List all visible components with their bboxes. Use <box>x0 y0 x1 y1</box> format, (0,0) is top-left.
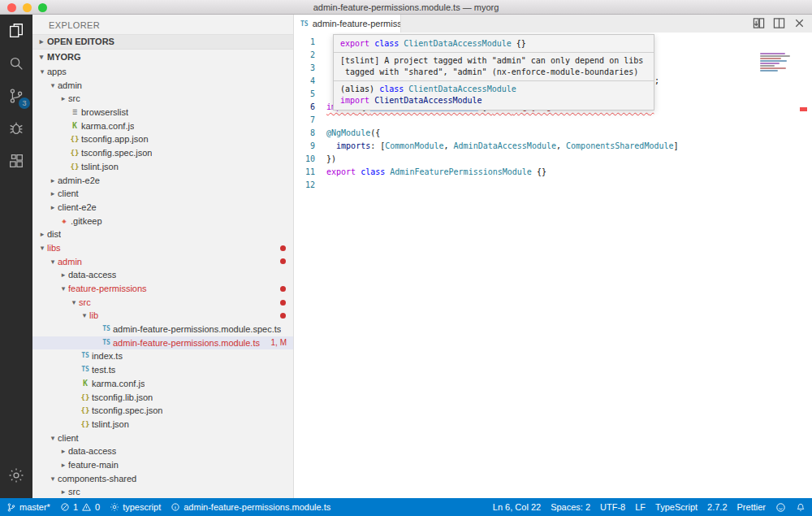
chevron-down-icon: ▾ <box>58 282 68 296</box>
status-item[interactable]: Prettier <box>737 502 766 512</box>
chevron-right-icon: ▸ <box>58 268 68 282</box>
file-tree: ▾apps▾admin▸src≡browserslistKkarma.conf.… <box>32 65 293 498</box>
source-control-icon[interactable]: 3 <box>0 80 32 112</box>
tree-folder-admin[interactable]: ▾admin <box>32 79 293 93</box>
line-number: 7 <box>294 114 326 127</box>
tree-folder-src[interactable]: ▾src <box>32 296 293 310</box>
status-item[interactable]: 2.7.2 <box>707 502 727 512</box>
code-line-11[interactable]: 11export class AdminFeaturePermissionsMo… <box>294 166 812 179</box>
code-line-7[interactable]: 7 <box>294 114 812 127</box>
minimap[interactable] <box>758 52 794 75</box>
tree-folder-src[interactable]: ▸src <box>32 92 293 106</box>
open-changes-icon[interactable] <box>753 17 765 33</box>
tree-folder-lib[interactable]: ▾lib <box>32 309 293 323</box>
tree-item-label: karma.conf.js <box>81 119 134 133</box>
search-icon[interactable] <box>0 47 32 80</box>
tree-folder-feature-permissions[interactable]: ▾feature-permissions <box>32 282 293 296</box>
tab-active-file[interactable]: TS admin-feature-permissions.module.ts <box>294 15 401 33</box>
code-line-9[interactable]: 9 imports: [CommonModule, AdminDataAcces… <box>294 140 812 153</box>
tree-folder-data-access[interactable]: ▸data-access <box>32 268 293 282</box>
line-number: 12 <box>294 179 326 192</box>
list-file-icon: ≡ <box>68 106 81 119</box>
tree-folder-feature-main[interactable]: ▸feature-main <box>32 458 293 472</box>
tree-file-browserslist[interactable]: ≡browserslist <box>32 106 293 119</box>
sidebar: EXPLORER OPEN EDITORS MYORG ▾apps▾admin▸… <box>32 15 294 498</box>
tree-file-tsconfig.app.json[interactable]: {}tsconfig.app.json <box>32 132 293 146</box>
extensions-icon[interactable] <box>0 145 32 177</box>
debug-icon[interactable] <box>0 112 32 145</box>
close-window-button[interactable] <box>7 3 16 12</box>
json-file-icon: {} <box>79 391 92 405</box>
tree-file-tslint.json[interactable]: {}tslint.json <box>32 160 293 174</box>
explorer-icon[interactable] <box>0 15 32 47</box>
tree-folder-apps[interactable]: ▾apps <box>32 65 293 79</box>
split-editor-icon[interactable] <box>773 17 785 33</box>
tree-item-label: libs <box>47 241 61 255</box>
git-branch-status[interactable]: master* <box>6 502 50 513</box>
workspace-root-label: MYORG <box>47 50 81 65</box>
tree-file-admin-feature-permissions.module.spec.ts[interactable]: TSadmin-feature-permissions.module.spec.… <box>32 323 293 336</box>
problems-status[interactable]: 1 0 <box>60 502 100 512</box>
status-item[interactable]: Ln 6, Col 22 <box>493 502 541 512</box>
line-content[interactable]: imports: [CommonModule, AdminDataAccessM… <box>326 140 679 153</box>
status-item[interactable]: LF <box>635 502 646 512</box>
line-number: 2 <box>294 49 326 62</box>
tree-file-tslint.json[interactable]: {}tslint.json <box>32 418 293 431</box>
titlebar: admin-feature-permissions.module.ts — my… <box>0 0 812 15</box>
line-content[interactable]: @NgModule({ <box>326 127 380 140</box>
tree-file-karma.conf.js[interactable]: Kkarma.conf.js <box>32 119 293 133</box>
tree-folder-client-e2e[interactable]: ▸client-e2e <box>32 201 293 215</box>
line-number: 9 <box>294 140 326 153</box>
line-content[interactable]: }) <box>326 153 336 166</box>
tree-folder-src[interactable]: ▸src <box>32 485 293 498</box>
maximize-window-button[interactable] <box>38 3 47 12</box>
hover-separator <box>334 80 654 81</box>
line-content[interactable]: export class AdminFeaturePermissionsModu… <box>326 166 546 179</box>
workspace-root-section[interactable]: MYORG <box>32 50 293 65</box>
tree-folder-client[interactable]: ▾client <box>32 431 293 445</box>
code-line-8[interactable]: 8@NgModule({ <box>294 127 812 140</box>
tree-folder-client[interactable]: ▸client <box>32 187 293 201</box>
tree-item-label: admin <box>58 79 82 93</box>
settings-gear-icon[interactable] <box>0 459 32 492</box>
tree-file-test.ts[interactable]: TStest.ts <box>32 363 293 377</box>
code-area[interactable]: 1234';56import { ClientDataAccessModule … <box>294 33 812 498</box>
git-file-icon: ◈ <box>58 215 71 228</box>
tree-item-label: apps <box>47 65 67 79</box>
tree-file-index.ts[interactable]: TSindex.ts <box>32 349 293 363</box>
tree-file-tsconfig.lib.json[interactable]: {}tsconfig.lib.json <box>32 391 293 405</box>
minimize-window-button[interactable] <box>23 3 32 12</box>
editor-actions <box>753 17 806 33</box>
feedback-smiley-icon[interactable] <box>775 502 786 513</box>
open-editors-section[interactable]: OPEN EDITORS <box>32 34 293 50</box>
tree-folder-components-shared[interactable]: ▾components-shared <box>32 472 293 486</box>
notifications-bell-icon[interactable] <box>796 502 806 513</box>
hover-row: [tslint] A project tagged with "admin" c… <box>334 55 654 67</box>
tree-folder-libs[interactable]: ▾libs <box>32 241 293 255</box>
tree-folder-admin[interactable]: ▾admin <box>32 255 293 269</box>
chevron-right-icon: ▸ <box>37 228 47 241</box>
chevron-down-icon <box>36 50 47 65</box>
chevron-down-icon: ▾ <box>37 65 47 79</box>
tslint-status[interactable]: typescript <box>110 502 161 512</box>
code-line-10[interactable]: 10}) <box>294 153 812 166</box>
status-item[interactable]: TypeScript <box>655 502 698 512</box>
tree-file-karma.conf.js[interactable]: Kkarma.conf.js <box>32 377 293 391</box>
tree-file-admin-feature-permissions.module.ts[interactable]: TSadmin-feature-permissions.module.ts1, … <box>32 336 293 350</box>
status-item[interactable]: UTF-8 <box>600 502 625 512</box>
tree-file-tsconfig.spec.json[interactable]: {}tsconfig.spec.json <box>32 404 293 418</box>
line-number: 10 <box>294 153 326 166</box>
tree-file-tsconfig.spec.json[interactable]: {}tsconfig.spec.json <box>32 146 293 160</box>
json-file-icon: {} <box>68 132 81 146</box>
tree-file-.gitkeep[interactable]: ◈.gitkeep <box>32 215 293 228</box>
json-file-icon: {} <box>79 418 92 431</box>
tree-item-label: client-e2e <box>58 201 97 215</box>
close-editor-icon[interactable] <box>793 17 806 33</box>
code-line-12[interactable]: 12 <box>294 179 812 192</box>
tree-folder-admin-e2e[interactable]: ▸admin-e2e <box>32 174 293 188</box>
tree-folder-dist[interactable]: ▸dist <box>32 228 293 241</box>
tree-folder-data-access[interactable]: ▸data-access <box>32 444 293 458</box>
scm-badge: 3 <box>19 98 30 109</box>
file-info-status[interactable]: admin-feature-permissions.module.ts <box>171 502 330 512</box>
status-item[interactable]: Spaces: 2 <box>551 502 590 512</box>
